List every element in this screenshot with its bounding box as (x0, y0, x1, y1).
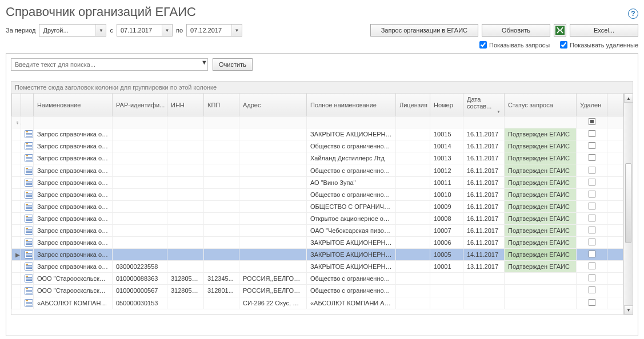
table-row[interactable]: Запрос справочника ор...Общество с огран… (12, 140, 623, 152)
period-label: За период (6, 27, 35, 34)
data-grid[interactable]: Наименование РАР-идентифи... ИНН КПП Адр… (11, 94, 623, 309)
refresh-button[interactable]: Обновить (482, 24, 550, 37)
period-to-label: по (176, 27, 183, 34)
show-requests-check[interactable]: Показывать запросы (479, 41, 550, 49)
svg-rect-27 (26, 192, 28, 193)
show-deleted-check[interactable]: Показывать удаленные (560, 41, 638, 49)
col-status[interactable]: Статус запроса (505, 94, 577, 116)
deleted-checkbox[interactable] (589, 275, 595, 281)
table-row[interactable]: Запрос справочника ор...АО "Вино Зупа"10… (12, 176, 623, 188)
svg-rect-74 (26, 303, 32, 304)
search-input[interactable]: ▼ (11, 58, 208, 71)
clear-button[interactable]: Очистить (213, 58, 253, 71)
table-row[interactable]: Запрос справочника ор...Хайланд Дистилле… (12, 152, 623, 164)
col-name[interactable]: Наименование (34, 94, 113, 116)
table-row[interactable]: ООО "Старооскольский лике...010000000567… (12, 285, 623, 297)
deleted-checkbox[interactable] (589, 286, 595, 293)
col-fullname[interactable]: Полное наименование (307, 94, 396, 116)
svg-rect-53 (26, 253, 32, 254)
list-item-icon (25, 142, 33, 150)
list-item-icon (25, 154, 33, 162)
table-row[interactable]: Запрос справочника ор...Открытое акционе… (12, 212, 623, 224)
deleted-checkbox[interactable] (589, 251, 595, 257)
chevron-down-icon: ▼ (231, 25, 242, 36)
deleted-checkbox[interactable] (589, 227, 595, 233)
period-mode-combo[interactable]: Другой... ▼ (39, 24, 106, 37)
col-rar[interactable]: РАР-идентифи... (113, 94, 167, 116)
table-row[interactable]: ООО "Старооскольский лике...010000088363… (12, 273, 623, 285)
svg-rect-20 (26, 172, 32, 173)
svg-rect-4 (26, 135, 32, 135)
svg-rect-69 (26, 291, 32, 292)
svg-rect-60 (26, 268, 32, 269)
svg-rect-49 (26, 243, 32, 244)
help-icon[interactable]: ? (628, 9, 638, 19)
chevron-down-icon: ▼ (162, 25, 172, 36)
deleted-filter-indeterminate[interactable] (589, 118, 595, 125)
table-row[interactable]: ▶Запрос справочника орг...ЗАКРЫТОЕ АКЦИО… (12, 249, 623, 261)
svg-rect-3 (26, 133, 32, 134)
page-title: Справочник организаций ЕГАИС (6, 5, 196, 19)
col-inn[interactable]: ИНН (167, 94, 204, 116)
scroll-up-icon[interactable]: ▲ (624, 94, 633, 103)
deleted-checkbox[interactable] (589, 142, 595, 149)
table-row[interactable]: Запрос справочника ор...ЗАКРЫТОЕ АКЦИОНЕ… (12, 128, 623, 140)
period-from-date[interactable]: 07.11.2017 ▼ (117, 24, 173, 37)
deleted-checkbox[interactable] (589, 203, 595, 209)
scroll-thumb[interactable] (625, 163, 631, 243)
deleted-checkbox[interactable] (589, 263, 595, 269)
excel-button[interactable]: Excel... (570, 24, 638, 37)
deleted-checkbox[interactable] (589, 154, 595, 161)
period-to-date[interactable]: 07.12.2017 ▼ (186, 24, 242, 37)
deleted-checkbox[interactable] (589, 130, 595, 137)
deleted-checkbox[interactable] (589, 239, 595, 245)
chevron-down-icon: ▼ (201, 59, 207, 70)
list-item-icon (25, 287, 33, 295)
svg-rect-32 (26, 204, 28, 205)
svg-rect-52 (26, 252, 28, 253)
group-panel[interactable]: Поместите сюда заголовок колонки для гру… (11, 81, 633, 94)
svg-rect-64 (26, 279, 32, 280)
table-row[interactable]: Запрос справочника ор...Общество с огран… (12, 164, 623, 176)
svg-rect-5 (26, 136, 32, 136)
deleted-checkbox[interactable] (589, 167, 595, 173)
svg-rect-54 (26, 255, 32, 256)
filter-row[interactable]: ♀ (12, 116, 623, 128)
list-item-icon (25, 191, 33, 199)
list-item-icon (25, 251, 33, 259)
col-date[interactable]: Дата состав...▼ (463, 94, 505, 116)
deleted-checkbox[interactable] (589, 215, 595, 221)
col-number[interactable]: Номер (430, 94, 463, 116)
table-row[interactable]: Запрос справочника ор...Общество с огран… (12, 188, 623, 200)
scroll-down-icon[interactable]: ▼ (624, 305, 633, 314)
deleted-checkbox[interactable] (589, 179, 595, 185)
svg-rect-38 (26, 217, 32, 218)
vertical-scrollbar[interactable]: ▲ ▼ (623, 94, 633, 314)
svg-rect-8 (26, 145, 32, 146)
svg-rect-68 (26, 290, 32, 290)
svg-rect-2 (26, 131, 28, 132)
col-kpp[interactable]: КПП (204, 94, 239, 116)
col-address[interactable]: Адрес (239, 94, 307, 116)
svg-rect-39 (26, 219, 32, 219)
list-item-icon (25, 179, 33, 187)
svg-rect-37 (26, 216, 28, 217)
svg-rect-43 (26, 229, 32, 230)
deleted-checkbox[interactable] (589, 191, 595, 197)
deleted-checkbox[interactable] (589, 299, 595, 306)
col-license[interactable]: Лицензия (396, 94, 430, 116)
list-item-icon (25, 239, 33, 247)
svg-rect-18 (26, 170, 32, 170)
svg-rect-23 (26, 181, 32, 182)
table-row[interactable]: Запрос справочника ор...ОБЩЕСТВО С ОГРАН… (12, 200, 623, 212)
request-org-button[interactable]: Запрос организации в ЕГАИС (370, 24, 478, 37)
svg-rect-34 (26, 207, 32, 207)
table-row[interactable]: Запрос справочника ор...030000223558ЗАКР… (12, 261, 623, 273)
excel-icon[interactable] (554, 24, 566, 37)
col-deleted[interactable]: Удален (577, 94, 607, 116)
grid-panel: ▼ Очистить Поместите сюда заголовок коло… (6, 53, 638, 336)
table-row[interactable]: Запрос справочника ор...ОАО "Чебоксарска… (12, 224, 623, 236)
table-row[interactable]: Запрос справочника ор...ЗАКРЫТОЕ АКЦИОНЕ… (12, 237, 623, 249)
table-row[interactable]: «АБСОЛЮТ КОМПАНИ АВ»050000030153СИ-296 2… (12, 297, 623, 309)
period-from-label: с (110, 27, 113, 34)
